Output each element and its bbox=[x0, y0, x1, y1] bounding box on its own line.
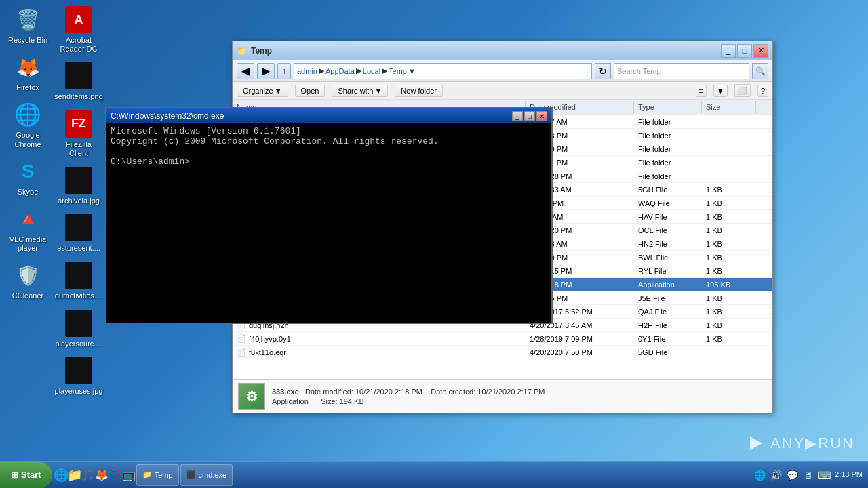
minimize-button[interactable]: _ bbox=[721, 44, 736, 58]
cmd-controls: _ □ ✕ bbox=[512, 111, 547, 121]
maximize-button[interactable]: □ bbox=[737, 44, 752, 58]
svg-marker-0 bbox=[750, 436, 762, 450]
back-button[interactable]: ◀ bbox=[237, 63, 254, 79]
close-button[interactable]: ✕ bbox=[753, 44, 768, 58]
desktop-icon-skype[interactable]: S Skype bbox=[3, 155, 52, 199]
table-row[interactable]: 📄f8kt11o.eqr 4/20/2020 7:50 PM 5GD File bbox=[233, 346, 772, 359]
cmd-line2: Copyright (c) 2009 Microsoft Corporation… bbox=[111, 136, 547, 146]
desktop-icon-firefox[interactable]: 🦊 Firefox bbox=[3, 51, 52, 95]
recycle-bin-label: Recycle Bin bbox=[8, 36, 47, 45]
start-button[interactable]: ⊞ Start bbox=[0, 462, 52, 489]
taskbar-item-explorer-label: Temp bbox=[155, 471, 173, 479]
address-bar[interactable]: admin ▶ AppData ▶ Local ▶ Temp ▼ bbox=[294, 63, 592, 79]
view-button[interactable]: ≡ bbox=[696, 85, 707, 97]
new-folder-label: New folder bbox=[401, 87, 437, 95]
refresh-button[interactable]: ↻ bbox=[595, 63, 611, 79]
share-arrow: ▼ bbox=[374, 87, 382, 95]
desktop-icon-vlc[interactable]: 🔺 VLC media player bbox=[3, 203, 52, 256]
file-size-cell: 1 KB bbox=[702, 291, 756, 304]
file-icon: 📄 bbox=[237, 334, 246, 343]
search-button[interactable]: 🔍 bbox=[752, 63, 768, 79]
taskbar-item-explorer[interactable]: 📁 Temp bbox=[136, 464, 179, 486]
desktop-icon-recycle-bin[interactable]: 🗑️ Recycle Bin bbox=[3, 3, 52, 47]
tray-chat-icon[interactable]: 💬 bbox=[786, 469, 798, 481]
file-type-cell: File folder bbox=[634, 129, 702, 142]
cmd-minimize-button[interactable]: _ bbox=[512, 111, 523, 121]
share-with-label: Share with bbox=[338, 87, 373, 95]
share-with-button[interactable]: Share with ▼ bbox=[332, 85, 388, 97]
preview-size: Size: 194 KB bbox=[321, 397, 364, 405]
cmd-maximize-button[interactable]: □ bbox=[524, 111, 535, 121]
file-modified-cell: 1/28/2019 7:09 PM bbox=[526, 332, 634, 345]
breadcrumb-admin[interactable]: admin bbox=[297, 67, 317, 75]
explorer-statusbar: ⚙ 333.exe Date modified: 10/21/2020 2:18… bbox=[233, 379, 772, 413]
breadcrumb-sep2: ▶ bbox=[356, 66, 361, 75]
desktop-icon-senditems[interactable]: senditems.png bbox=[54, 60, 103, 104]
cmd-content[interactable]: Microsoft Windows [Version 6.1.7601] Cop… bbox=[106, 123, 551, 323]
recycle-bin-icon: 🗑️ bbox=[14, 6, 41, 33]
file-size-cell: 195 KB bbox=[702, 278, 756, 291]
organize-button[interactable]: Organize ▼ bbox=[237, 85, 288, 97]
preview-details: Application Size: 194 KB bbox=[272, 397, 545, 405]
desktop-icon-estpresent[interactable]: estpresent.... bbox=[54, 211, 103, 256]
desktop-icon-chrome[interactable]: 🌐 Google Chrome bbox=[3, 98, 52, 151]
file-size-cell bbox=[702, 169, 756, 182]
desktop-icon-playeruses[interactable]: playeruses.jpg bbox=[54, 354, 103, 399]
taskbar-item-cmd[interactable]: ⬛ cmd.exe bbox=[180, 464, 233, 486]
taskbar-ie-icon[interactable]: 🌐 bbox=[55, 469, 67, 481]
taskbar-item-explorer-icon: 📁 bbox=[142, 470, 152, 479]
file-name-text: f8kt11o.eqr bbox=[249, 348, 286, 357]
view-options-button[interactable]: ▼ bbox=[713, 85, 728, 97]
desktop-icon-archivela[interactable]: archivela.jpg bbox=[54, 164, 103, 208]
desktop-icon-acrobat[interactable]: A Acrobat Reader DC bbox=[54, 3, 103, 56]
cmd-line3 bbox=[111, 146, 547, 157]
up-button[interactable]: ↑ bbox=[277, 63, 291, 79]
taskbar-media-icon[interactable]: 🎵 bbox=[82, 469, 94, 481]
desktop-icon-ouractivities[interactable]: ouractivities.... bbox=[54, 259, 103, 303]
playeruses-icon bbox=[65, 357, 92, 384]
ccleaner-icon: 🛡️ bbox=[14, 262, 41, 289]
taskbar-item-cmd-label: cmd.exe bbox=[199, 471, 227, 479]
file-type-cell: Application bbox=[634, 278, 702, 291]
file-type-cell: File folder bbox=[634, 169, 702, 182]
desktop-icon-filezilla[interactable]: FZ FileZilla Client bbox=[54, 108, 103, 161]
search-box[interactable]: Search Temp bbox=[614, 63, 749, 79]
taskbar-folder-icon[interactable]: 📁 bbox=[68, 469, 81, 481]
tray-volume-icon[interactable]: 🔊 bbox=[770, 469, 782, 481]
forward-button[interactable]: ▶ bbox=[257, 63, 275, 79]
new-folder-button[interactable]: New folder bbox=[395, 85, 443, 97]
help-button[interactable]: ? bbox=[757, 85, 768, 97]
breadcrumb-appdata[interactable]: AppData bbox=[326, 67, 355, 75]
table-row[interactable]: 📄f40jhyvp.0y1 1/28/2019 7:09 PM 0Y1 File… bbox=[233, 332, 772, 346]
preview-pane-button[interactable]: ⬜ bbox=[734, 84, 751, 97]
cmd-close-button[interactable]: ✕ bbox=[536, 111, 547, 121]
preview-app-label: Application bbox=[272, 397, 309, 405]
tray-keyboard-icon[interactable]: ⌨ bbox=[818, 469, 831, 481]
taskbar: ⊞ Start 🌐 📁 🎵 🦊 🛡 📺 📁 Temp ⬛ cmd.exe 🌐 🔊 bbox=[0, 461, 868, 488]
playersource-icon bbox=[65, 310, 92, 337]
col-header-size[interactable]: Size bbox=[702, 101, 756, 113]
taskbar-media-player-icon[interactable]: 📺 bbox=[123, 469, 135, 481]
desktop-icon-playersource[interactable]: playersourc.... bbox=[54, 307, 103, 351]
cmd-prompt[interactable]: C:\Users\admin> bbox=[111, 157, 547, 167]
filezilla-label: FileZilla Client bbox=[57, 140, 100, 158]
desktop-icon-ccleaner[interactable]: 🛡️ CCleaner bbox=[3, 259, 52, 303]
open-button[interactable]: Open bbox=[295, 85, 326, 97]
explorer-controls: _ □ ✕ bbox=[721, 44, 768, 58]
taskbar-security-icon[interactable]: 🛡 bbox=[109, 469, 121, 481]
breadcrumb-local[interactable]: Local bbox=[363, 67, 380, 75]
file-size-cell: 1 KB bbox=[702, 197, 756, 209]
tray-network-icon[interactable]: 🌐 bbox=[753, 469, 766, 481]
file-size-cell: 1 KB bbox=[702, 183, 756, 196]
file-size-cell: 1 KB bbox=[702, 319, 756, 331]
file-size-cell: 1 KB bbox=[702, 224, 756, 237]
preview-app-icon: ⚙ bbox=[245, 388, 258, 405]
col-header-type[interactable]: Type bbox=[634, 101, 702, 113]
breadcrumb-temp[interactable]: Temp bbox=[389, 67, 407, 75]
tray-display-icon[interactable]: 🖥 bbox=[802, 469, 814, 481]
file-size-cell: 1 KB bbox=[702, 237, 756, 250]
taskbar-firefox-icon[interactable]: 🦊 bbox=[96, 469, 108, 481]
open-label: Open bbox=[301, 87, 319, 95]
ccleaner-label: CCleaner bbox=[12, 291, 43, 300]
folder-icon: 📁 bbox=[237, 46, 247, 56]
